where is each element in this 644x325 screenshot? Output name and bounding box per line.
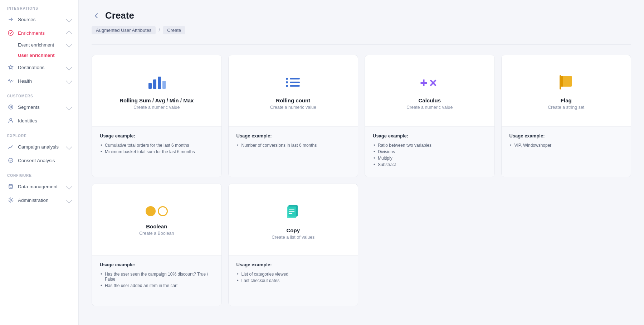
list-item: Ratio between two variables	[373, 142, 487, 149]
list-item: Cumulative total orders for the last 6 m…	[100, 142, 214, 149]
card-boolean[interactable]: Boolean Create a Boolean Usage example: …	[92, 184, 222, 306]
data-icon	[7, 183, 14, 190]
card-rolling-count[interactable]: Rolling count Create a numeric value Usa…	[228, 55, 358, 177]
svg-rect-26	[289, 213, 292, 214]
sidebar-item-consent-analysis[interactable]: Consent Analysis	[0, 154, 78, 167]
list-item: Number of conversions in last 6 months	[236, 142, 350, 149]
list-item: Last checkout dates	[236, 277, 350, 284]
card-top-copy: Copy Create a list of values	[229, 184, 358, 256]
card-title-copy: Copy	[287, 227, 300, 233]
cards-row-1: Rolling Sum / Avg / Min / Max Create a n…	[92, 55, 631, 177]
back-button[interactable]	[92, 11, 101, 20]
section-label-configure: CONFIGURE	[0, 167, 78, 180]
circle-filled	[146, 206, 156, 216]
svg-point-3	[10, 118, 12, 121]
card-flag[interactable]: Flag Create a string set Usage example: …	[501, 55, 631, 177]
card-bottom-flag: Usage example: VIP, Windowshoper	[502, 127, 631, 177]
usage-list-copy: List of categories viewed Last checkout …	[236, 271, 350, 284]
copy-icon	[284, 202, 302, 220]
sidebar-item-identities[interactable]: Identities	[0, 114, 78, 127]
usage-label: Usage example:	[509, 133, 623, 139]
svg-rect-12	[290, 78, 300, 79]
svg-rect-8	[153, 79, 156, 89]
card-calculus[interactable]: + × Calculus Create a numeric value Usag…	[365, 55, 495, 177]
sidebar-label-campaign-analysis: Campaign analysis	[18, 144, 59, 150]
sidebar-item-health[interactable]: Health	[0, 74, 78, 88]
card-top-rolling-count: Rolling count Create a numeric value	[229, 55, 358, 127]
enrichments-icon	[7, 29, 14, 37]
list-item: List of categories viewed	[236, 271, 350, 277]
usage-label: Usage example:	[236, 133, 350, 139]
list-item: Divisions	[373, 149, 487, 155]
arrow-right-icon	[7, 16, 14, 23]
usage-list-boolean: Has the user seen the campaign 10% disco…	[100, 271, 214, 289]
usage-list-flag: VIP, Windowshoper	[509, 142, 623, 149]
chevron-small-icon	[66, 42, 72, 48]
sidebar-item-user-enrichment[interactable]: User enrichment	[0, 50, 78, 60]
card-subtitle-rolling-count: Create a numeric value	[270, 105, 316, 110]
svg-text:+: +	[420, 76, 428, 90]
destinations-icon	[7, 64, 14, 71]
svg-point-11	[286, 78, 288, 80]
sidebar-item-event-enrichment[interactable]: Event enrichment	[0, 40, 78, 50]
chevron-icon	[66, 78, 72, 84]
chevron-icon	[66, 144, 72, 150]
svg-point-5	[9, 184, 13, 186]
svg-rect-23	[287, 207, 296, 218]
chevron-icon	[66, 104, 72, 110]
svg-point-15	[286, 85, 288, 87]
list-item: Has the user seen the campaign 10% disco…	[100, 271, 214, 282]
card-copy[interactable]: Copy Create a list of values Usage examp…	[228, 184, 358, 306]
card-title-rolling-count: Rolling count	[276, 97, 310, 103]
admin-icon	[7, 197, 14, 204]
sidebar-label-administration: Administration	[18, 198, 49, 203]
sidebar-item-segments[interactable]: Segments	[0, 100, 78, 114]
sidebar-item-administration[interactable]: Administration	[0, 193, 78, 207]
sidebar-item-data-management[interactable]: Data management	[0, 180, 78, 193]
card-subtitle-calculus: Create a numeric value	[406, 105, 453, 110]
card-rolling-sum[interactable]: Rolling Sum / Avg / Min / Max Create a n…	[92, 55, 222, 177]
breadcrumb-augmented[interactable]: Augmented User Attributes	[92, 26, 156, 34]
svg-point-13	[286, 81, 288, 83]
card-subtitle-boolean: Create a Boolean	[139, 231, 174, 236]
usage-label: Usage example:	[100, 262, 214, 267]
page-title: Create	[105, 10, 134, 21]
list-item: Substract	[373, 161, 487, 168]
list-icon	[284, 74, 302, 90]
sidebar-item-campaign-analysis[interactable]: Campaign analysis	[0, 140, 78, 154]
svg-rect-25	[289, 211, 294, 212]
page-header: Create	[92, 10, 631, 21]
card-top-rolling-sum: Rolling Sum / Avg / Min / Max Create a n…	[92, 55, 221, 127]
card-title-calculus: Calculus	[418, 97, 441, 103]
consent-icon	[7, 157, 14, 164]
svg-text:×: ×	[429, 76, 437, 90]
list-item: Minimum basket total sum for the last 6 …	[100, 149, 214, 155]
svg-rect-7	[148, 83, 152, 89]
card-top-boolean: Boolean Create a Boolean	[92, 184, 221, 256]
main-content: Create Augmented User Attributes / Creat…	[79, 0, 644, 325]
svg-rect-24	[289, 209, 294, 210]
sidebar-label-enrichments: Enrichments	[18, 30, 45, 36]
card-subtitle-flag: Create a string set	[548, 105, 584, 110]
campaign-icon	[7, 143, 14, 150]
svg-rect-16	[290, 85, 300, 87]
sidebar-item-sources[interactable]: Sources	[0, 13, 78, 26]
segments-icon	[7, 103, 14, 111]
breadcrumb: Augmented User Attributes / Create	[92, 26, 631, 34]
card-title-rolling-sum: Rolling Sum / Avg / Min / Max	[119, 97, 194, 103]
breadcrumb-create[interactable]: Create	[163, 26, 185, 34]
sidebar: INTEGRATIONS Sources Enrichments Even	[0, 0, 79, 325]
sidebar-item-enrichments[interactable]: Enrichments	[0, 26, 78, 40]
svg-rect-10	[162, 81, 166, 89]
card-title-flag: Flag	[561, 97, 572, 103]
card-bottom-rolling-count: Usage example: Number of conversions in …	[229, 127, 358, 177]
boolean-icon	[146, 206, 168, 216]
svg-rect-9	[158, 77, 161, 89]
sidebar-item-destinations[interactable]: Destinations	[0, 60, 78, 74]
chevron-icon	[66, 197, 72, 203]
usage-list-rolling-sum: Cumulative total orders for the last 6 m…	[100, 142, 214, 155]
card-bottom-calculus: Usage example: Ratio between two variabl…	[365, 127, 494, 177]
section-label-explore: EXPLORE	[0, 127, 78, 140]
list-item: Has the user added an item in the cart	[100, 282, 214, 289]
card-bottom-boolean: Usage example: Has the user seen the cam…	[92, 256, 221, 306]
